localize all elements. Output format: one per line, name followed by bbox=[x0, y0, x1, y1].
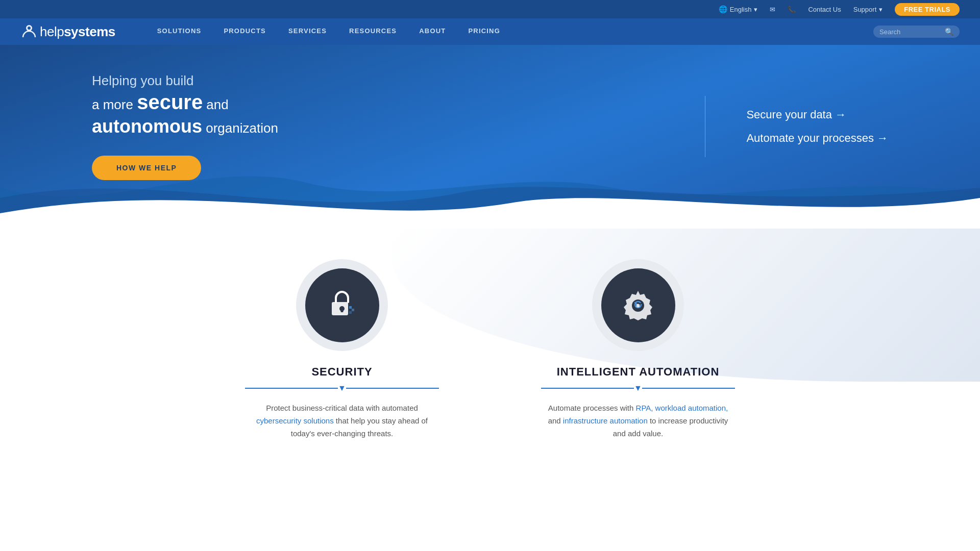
hero-line1: Helping you build bbox=[92, 73, 664, 89]
hero-section: Helping you build a more secure and auto… bbox=[0, 45, 980, 229]
free-trials-button[interactable]: FREE TRIALS bbox=[895, 3, 960, 16]
rpa-link[interactable]: RPA, workload automation, bbox=[636, 404, 728, 412]
automation-divider-arrow: ▼ bbox=[634, 384, 642, 393]
nav-products[interactable]: PRODUCTS bbox=[212, 18, 277, 45]
automation-desc-middle: and bbox=[548, 416, 563, 425]
phone-icon-btn[interactable]: 📞 bbox=[788, 6, 796, 13]
security-divider-line-left bbox=[245, 388, 338, 389]
globe-icon: 🌐 bbox=[719, 5, 727, 13]
automation-divider-line-left bbox=[541, 388, 634, 389]
infrastructure-link[interactable]: infrastructure automation bbox=[563, 416, 648, 425]
nav-resources[interactable]: RESOURCES bbox=[338, 18, 408, 45]
hero-line3: autonomous organization bbox=[92, 116, 664, 137]
automation-icon-inner bbox=[601, 268, 675, 342]
search-box: 🔍 bbox=[873, 26, 960, 38]
lock-icon bbox=[324, 287, 360, 323]
phone-icon: 📞 bbox=[788, 6, 796, 13]
hero-content: Helping you build a more secure and auto… bbox=[0, 45, 980, 180]
hero-left: Helping you build a more secure and auto… bbox=[92, 73, 664, 180]
nav-solutions[interactable]: SOLUTIONS bbox=[146, 18, 213, 45]
hero-line2-pre: a more bbox=[92, 97, 137, 112]
security-icon-inner bbox=[305, 268, 379, 342]
hero-divider bbox=[705, 96, 705, 157]
automation-desc-before: Automate processes with bbox=[548, 404, 636, 412]
automate-processes-link[interactable]: Automate your processes → bbox=[746, 132, 888, 145]
svg-rect-5 bbox=[349, 306, 352, 309]
svg-rect-4 bbox=[341, 309, 344, 312]
hero-right: Secure your data → Automate your process… bbox=[746, 108, 888, 145]
contact-us-link[interactable]: Contact Us bbox=[808, 6, 841, 13]
language-selector[interactable]: 🌐 English ▾ bbox=[719, 5, 758, 13]
svg-rect-6 bbox=[352, 309, 354, 311]
logo[interactable]: helpsystems bbox=[20, 23, 115, 40]
svg-rect-7 bbox=[349, 311, 352, 314]
email-icon-btn[interactable]: ✉ bbox=[770, 6, 775, 13]
security-icon-wrap bbox=[296, 259, 388, 351]
logo-icon bbox=[20, 23, 38, 40]
nav-bar: helpsystems SOLUTIONS PRODUCTS SERVICES … bbox=[0, 18, 980, 45]
security-title: SECURITY bbox=[311, 365, 372, 379]
features-section: SECURITY ▼ Protect business-critical dat… bbox=[0, 229, 980, 481]
automation-icon-wrap bbox=[592, 259, 684, 351]
hero-line2-post: and bbox=[203, 97, 229, 112]
security-divider-line-right bbox=[346, 388, 439, 389]
main-nav: SOLUTIONS PRODUCTS SERVICES RESOURCES AB… bbox=[146, 18, 873, 45]
security-description: Protect business-critical data with auto… bbox=[245, 402, 439, 440]
support-chevron-icon: ▾ bbox=[879, 6, 883, 13]
language-chevron-icon: ▾ bbox=[754, 6, 757, 13]
security-divider: ▼ bbox=[245, 384, 439, 393]
automation-description: Automate processes with RPA, workload au… bbox=[541, 402, 735, 440]
hero-autonomous-bold: autonomous bbox=[92, 116, 202, 137]
search-input[interactable] bbox=[879, 28, 941, 36]
nav-pricing[interactable]: PRICING bbox=[457, 18, 511, 45]
hero-line2: a more secure and bbox=[92, 91, 664, 114]
language-label: English bbox=[730, 6, 752, 13]
automation-divider-line-right bbox=[642, 388, 735, 389]
how-we-help-button[interactable]: HOW WE HELP bbox=[92, 156, 201, 180]
support-link[interactable]: Support ▾ bbox=[853, 6, 883, 13]
secure-data-link[interactable]: Secure your data → bbox=[746, 108, 888, 121]
security-divider-arrow: ▼ bbox=[338, 384, 346, 393]
nav-services[interactable]: SERVICES bbox=[277, 18, 338, 45]
svg-point-9 bbox=[636, 304, 640, 308]
logo-text: helpsystems bbox=[40, 24, 115, 40]
gear-icon bbox=[620, 287, 656, 323]
search-icon[interactable]: 🔍 bbox=[945, 28, 953, 36]
cybersecurity-link[interactable]: cybersecurity solutions bbox=[256, 416, 334, 425]
automation-divider: ▼ bbox=[541, 384, 735, 393]
hero-line3-post: organization bbox=[202, 120, 278, 136]
nav-about[interactable]: ABOUT bbox=[408, 18, 457, 45]
hero-secure-bold: secure bbox=[137, 91, 203, 113]
security-desc-before: Protect business-critical data with auto… bbox=[266, 404, 418, 412]
email-icon: ✉ bbox=[770, 6, 775, 13]
svg-point-1 bbox=[28, 27, 31, 30]
top-bar: 🌐 English ▾ ✉ 📞 Contact Us Support ▾ FRE… bbox=[0, 0, 980, 18]
